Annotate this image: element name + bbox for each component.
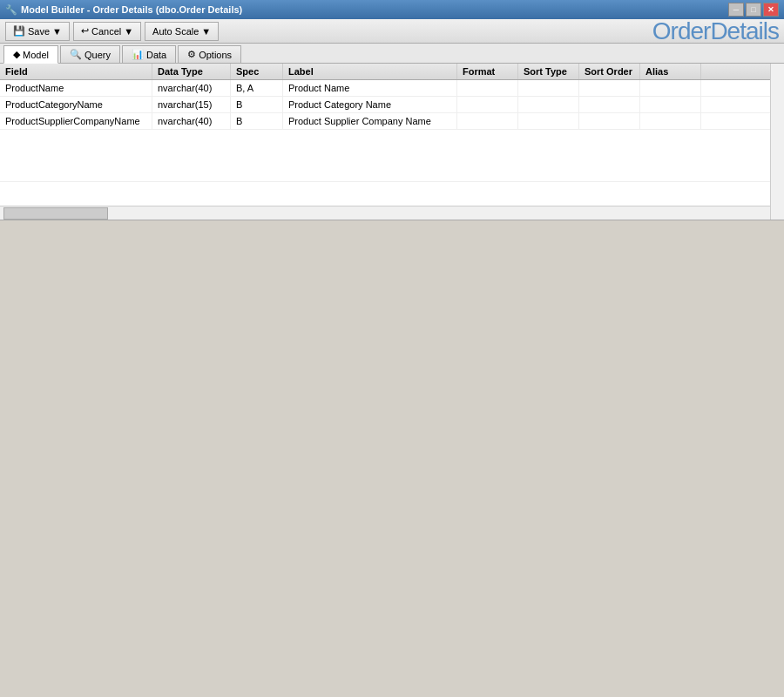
cancel-icon: ↩ <box>81 25 89 37</box>
grid-row[interactable]: ProductCategoryName nvarchar(15) B Produ… <box>0 97 784 113</box>
hscroll-thumb[interactable] <box>3 207 108 220</box>
app-icon: 🔧 <box>5 4 17 16</box>
save-icon: 💾 <box>13 25 25 37</box>
options-icon: ⚙ <box>187 49 196 60</box>
col-field: Field <box>0 64 152 79</box>
cancel-button[interactable]: ↩ Cancel ▼ <box>73 22 141 41</box>
grid-hscroll[interactable] <box>0 206 770 220</box>
tab-data[interactable]: 📊 Data <box>122 45 176 63</box>
cancel-dropdown-icon: ▼ <box>124 26 133 37</box>
window-title: Model Builder - Order Details (dbo.Order… <box>21 4 242 15</box>
col-sorttype: Sort Type <box>518 64 579 79</box>
model-icon: ◆ <box>13 49 20 60</box>
col-format: Format <box>457 64 518 79</box>
col-spec: Spec <box>231 64 283 79</box>
window-controls: ─ □ ✕ <box>728 3 779 17</box>
tab-query[interactable]: 🔍 Query <box>60 45 120 63</box>
data-grid: Field Data Type Spec Label Format Sort T… <box>0 64 784 220</box>
autoscale-button[interactable]: Auto Scale ▼ <box>145 22 219 41</box>
minimize-button[interactable]: ─ <box>728 3 744 17</box>
grid-vscroll[interactable] <box>770 64 784 220</box>
grid-row[interactable]: ProductSupplierCompanyName nvarchar(40) … <box>0 113 784 130</box>
query-icon: 🔍 <box>70 49 82 60</box>
col-datatype: Data Type <box>152 64 231 79</box>
col-sortorder: Sort Order <box>579 64 640 79</box>
maximize-button[interactable]: □ <box>746 3 761 17</box>
grid-row-empty[interactable] <box>0 130 784 182</box>
tab-options[interactable]: ⚙ Options <box>178 45 241 63</box>
col-alias: Alias <box>640 64 701 79</box>
data-icon: 📊 <box>132 49 144 60</box>
col-label: Label <box>283 64 457 79</box>
tab-bar: ◆ Model 🔍 Query 📊 Data ⚙ Options <box>0 44 784 64</box>
toolbar: 💾 Save ▼ ↩ Cancel ▼ Auto Scale ▼ OrderDe… <box>0 19 784 44</box>
save-button[interactable]: 💾 Save ▼ <box>5 22 70 41</box>
app-title: OrderDetails <box>652 17 779 45</box>
save-dropdown-icon: ▼ <box>52 26 62 37</box>
grid-header: Field Data Type Spec Label Format Sort T… <box>0 64 784 80</box>
autoscale-dropdown-icon: ▼ <box>201 26 211 37</box>
tab-model[interactable]: ◆ Model <box>3 45 58 64</box>
grid-row[interactable]: ProductName nvarchar(40) B, A Product Na… <box>0 80 784 97</box>
close-button[interactable]: ✕ <box>763 3 779 17</box>
